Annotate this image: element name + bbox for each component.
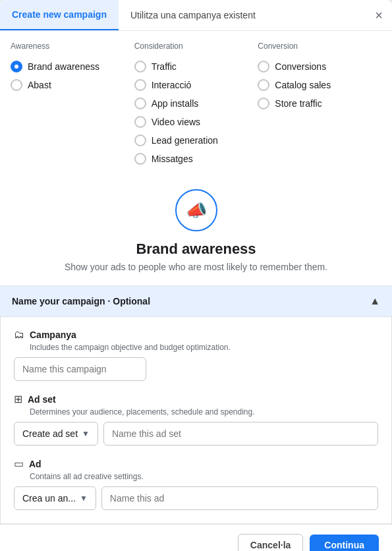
objective-store-traffic[interactable]: Store traffic — [258, 94, 381, 113]
ad-dropdown-label: Crea un an... — [22, 493, 76, 504]
radio-brand-awareness[interactable] — [11, 61, 22, 72]
ad-row-label: Ad — [29, 459, 42, 469]
modal-header: Create new campaign Utilitza una campany… — [0, 0, 392, 31]
tab-create-new[interactable]: Create new campaign — [0, 0, 119, 30]
brand-awareness-label: Brand awareness — [28, 61, 99, 72]
video-views-label: Video views — [152, 117, 200, 127]
radio-video-views[interactable] — [134, 116, 146, 128]
create-campaign-modal: Create new campaign Utilitza una campany… — [0, 0, 392, 551]
radio-interaccio[interactable] — [134, 79, 146, 91]
naming-header-label: Name your campaign · Optional — [12, 296, 150, 306]
objective-interaccio[interactable]: Interacció — [134, 76, 258, 94]
consideration-header: Consideration — [134, 42, 258, 51]
awareness-column: Awareness Brand awareness Abast — [11, 42, 134, 168]
objective-brand-awareness[interactable]: Brand awareness — [11, 57, 134, 76]
objective-traffic[interactable]: Traffic — [134, 57, 258, 76]
adset-name-input[interactable] — [103, 422, 378, 446]
ad-dropdown-button[interactable]: Crea un an... ▼ — [14, 486, 96, 510]
adset-inputs: Create ad set ▼ — [14, 422, 378, 446]
campaign-naming-row: 🗂 Campanya Includes the campaign objecti… — [14, 329, 378, 381]
conversion-header: Conversion — [258, 42, 381, 51]
tab-use-existing[interactable]: Utilitza una campanya existent — [119, 1, 375, 30]
continue-button[interactable]: Continua — [310, 535, 379, 551]
objective-conversions[interactable]: Conversions — [258, 57, 381, 76]
adset-row-label: Ad set — [28, 394, 56, 405]
radio-abast[interactable] — [11, 79, 22, 91]
ad-naming-row: ▭ Ad Contains all ad creative settings. … — [14, 457, 378, 510]
radio-store-traffic[interactable] — [258, 98, 269, 109]
chevron-up-icon: ▲ — [370, 295, 380, 307]
missatges-label: Missatges — [152, 154, 193, 164]
objective-lead-generation[interactable]: Lead generation — [134, 131, 258, 150]
campaign-name-input[interactable] — [14, 357, 146, 381]
radio-traffic[interactable] — [134, 61, 146, 72]
radio-lead-generation[interactable] — [134, 134, 146, 146]
campaign-row-header: 🗂 Campanya — [14, 329, 378, 341]
objective-missatges[interactable]: Missatges — [134, 150, 258, 168]
ad-rect-icon: ▭ — [14, 457, 24, 470]
objective-video-views[interactable]: Video views — [134, 113, 258, 131]
store-traffic-label: Store traffic — [275, 98, 322, 109]
adset-dropdown-button[interactable]: Create ad set ▼ — [14, 422, 98, 446]
objective-app-installs[interactable]: App installs — [134, 94, 258, 113]
brand-title: Brand awareness — [11, 241, 381, 258]
radio-conversions[interactable] — [258, 61, 269, 72]
conversions-label: Conversions — [275, 61, 326, 72]
catalog-sales-label: Catalog sales — [275, 80, 331, 90]
objective-abast[interactable]: Abast — [11, 76, 134, 94]
close-button[interactable]: × — [375, 9, 383, 22]
conversion-column: Conversion Conversions Catalog sales Sto… — [258, 42, 381, 168]
radio-missatges[interactable] — [134, 153, 146, 165]
adset-row-sublabel: Determines your audience, placements, sc… — [30, 407, 378, 417]
campaign-folder-icon: 🗂 — [14, 329, 24, 341]
ad-row-header: ▭ Ad — [14, 457, 378, 470]
lead-generation-label: Lead generation — [152, 135, 218, 146]
campaign-row-label: Campanya — [30, 330, 76, 340]
brand-awareness-icon: 📣 — [175, 189, 217, 231]
objectives-grid: Awareness Brand awareness Abast Consider… — [0, 31, 392, 173]
naming-section: Name your campaign · Optional ▲ 🗂 Campan… — [0, 285, 392, 524]
app-installs-label: App installs — [152, 98, 199, 109]
adset-row-header: ⊞ Ad set — [14, 393, 378, 405]
modal-footer: Cancel·la Continua — [0, 524, 392, 551]
ad-row-sublabel: Contains all ad creative settings. — [30, 472, 378, 481]
brand-description: Show your ads to people who are most lik… — [11, 262, 381, 272]
naming-section-header[interactable]: Name your campaign · Optional ▲ — [0, 286, 392, 317]
adset-naming-row: ⊞ Ad set Determines your audience, place… — [14, 393, 378, 446]
consideration-column: Consideration Traffic Interacció App ins… — [134, 42, 258, 168]
radio-app-installs[interactable] — [134, 98, 146, 109]
awareness-header: Awareness — [11, 42, 134, 51]
adset-grid-icon: ⊞ — [14, 393, 22, 405]
traffic-label: Traffic — [152, 61, 177, 72]
brand-display: 📣 Brand awareness Show your ads to peopl… — [0, 173, 392, 283]
cancel-button[interactable]: Cancel·la — [238, 534, 303, 551]
campaign-row-sublabel: Includes the campaign objective and budg… — [30, 343, 378, 352]
ad-chevron-down-icon: ▼ — [80, 494, 88, 503]
ad-inputs: Crea un an... ▼ — [14, 486, 378, 510]
naming-body: 🗂 Campanya Includes the campaign objecti… — [0, 317, 392, 524]
ad-name-input[interactable] — [101, 486, 378, 510]
radio-catalog-sales[interactable] — [258, 79, 269, 91]
abast-label: Abast — [28, 80, 51, 90]
objective-catalog-sales[interactable]: Catalog sales — [258, 76, 381, 94]
adset-dropdown-label: Create ad set — [22, 428, 78, 439]
interaccio-label: Interacció — [152, 80, 192, 90]
adset-chevron-down-icon: ▼ — [82, 429, 90, 438]
